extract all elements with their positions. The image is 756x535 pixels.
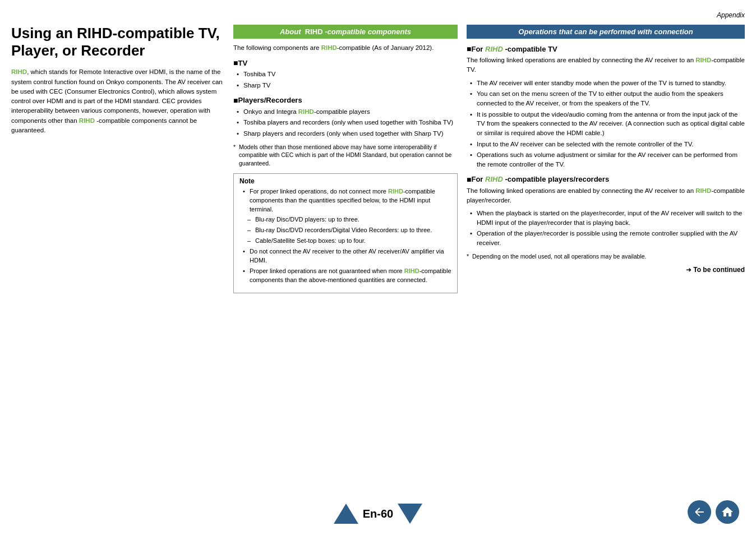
for-tv-list: The AV receiver will enter standby mode … [467,79,745,169]
list-item: It is possible to output the video/audio… [470,110,745,138]
list-item: You can set on the menu screen of the TV… [470,89,745,108]
for-tv-intro: The following linked operations are enab… [467,56,745,75]
rihd-abbrev: RIHD [11,68,27,75]
page-number: En-60 [363,508,393,520]
appendix-label: Appendix [11,11,745,19]
prev-page-button[interactable] [334,504,358,524]
for-players-title: For RIHD -compatible players/recorders [467,175,745,184]
for-tv-title: For RIHD -compatible TV [467,44,745,53]
footer: En-60 [0,504,756,524]
list-item: Operations such as volume adjustment or … [470,150,745,169]
back-icon [693,505,706,519]
about-intro: The following components are RIHD-compat… [233,43,458,53]
to-be-continued: ➜ To be continued [467,266,745,274]
right-column: Operations that can be performed with co… [467,25,745,274]
list-item: Cable/Satellite Set-top boxes: up to fou… [243,237,451,246]
next-page-button[interactable] [398,504,422,524]
players-list: Onkyo and Integra RIHD-compatible player… [233,107,458,139]
for-players-list: When the playback is started on the play… [467,209,745,248]
left-body-text: RIHD, which stands for Remote Interactiv… [11,67,224,135]
left-column: Using an RIHD-compatible TV, Player, or … [11,25,224,135]
list-item: For proper linked operations, do not con… [243,187,451,214]
list-item: Toshiba TV [237,70,458,79]
players-section-title: Players/Recorders [233,96,458,105]
list-item: Input to the AV receiver can be selected… [470,140,745,149]
page-title: Using an RIHD-compatible TV, Player, or … [11,25,224,59]
list-item: Do not connect the AV receiver to the ot… [243,247,451,265]
list-item: Sharp players and recorders (only when u… [237,129,458,139]
operations-footnote: Depending on the model used, not all ope… [467,252,745,261]
about-footnote: Models other than those mentioned above … [233,143,458,168]
list-item: Operation of the player/recorder is poss… [470,229,745,247]
about-header: About RIHD -compatible components [233,25,458,39]
operations-header: Operations that can be performed with co… [467,25,745,39]
note-list: For proper linked operations, do not con… [239,187,451,285]
list-item: Sharp TV [237,81,458,90]
list-item: Blu-ray Disc/DVD players: up to three. [243,215,451,224]
list-item: When the playback is started on the play… [470,209,745,227]
footer-nav: En-60 [334,504,422,524]
list-item: Blu-ray Disc/DVD recorders/Digital Video… [243,226,451,235]
note-box: Note For proper linked operations, do no… [233,173,458,293]
for-players-intro: The following linked operations are enab… [467,186,745,206]
middle-column: About RIHD -compatible components The fo… [233,25,458,299]
list-item: Toshiba players and recorders (only when… [237,118,458,127]
footer-icons [688,500,739,524]
home-icon [721,505,734,519]
back-icon-button[interactable] [688,500,711,524]
tv-section-title: TV [233,58,458,67]
home-icon-button[interactable] [716,500,739,524]
list-item: The AV receiver will enter standby mode … [470,79,745,88]
tv-list: Toshiba TV Sharp TV [233,70,458,90]
note-label: Note [239,177,451,185]
list-item: Proper linked operations are not guarant… [243,267,451,285]
list-item: Onkyo and Integra RIHD-compatible player… [237,107,458,117]
